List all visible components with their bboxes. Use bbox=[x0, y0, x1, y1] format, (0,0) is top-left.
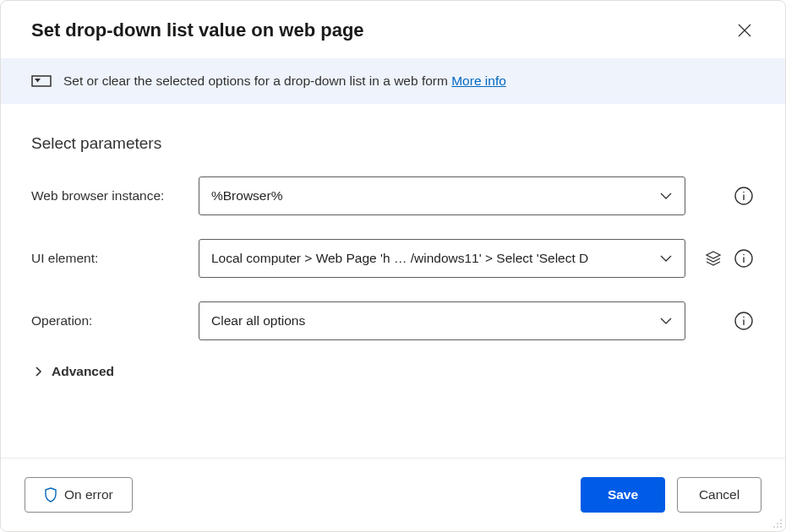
browser-info-button[interactable] bbox=[733, 185, 755, 207]
cancel-label: Cancel bbox=[699, 487, 740, 502]
svg-point-17 bbox=[780, 526, 782, 528]
ui-element-picker-button[interactable] bbox=[702, 247, 724, 269]
svg-point-13 bbox=[777, 523, 778, 524]
dialog-footer: On error Save Cancel bbox=[1, 458, 785, 531]
svg-point-16 bbox=[777, 526, 778, 528]
save-button[interactable]: Save bbox=[581, 477, 665, 513]
operation-info-button[interactable] bbox=[733, 310, 755, 332]
dropdown-action-icon bbox=[31, 73, 52, 89]
banner-description: Set or clear the selected options for a … bbox=[63, 73, 451, 88]
dialog-header: Set drop-down list value on web page bbox=[1, 1, 785, 58]
close-button[interactable] bbox=[734, 20, 755, 41]
save-label: Save bbox=[608, 487, 638, 502]
advanced-toggle[interactable]: Advanced bbox=[31, 364, 755, 379]
info-banner: Set or clear the selected options for a … bbox=[1, 58, 785, 104]
on-error-label: On error bbox=[64, 487, 113, 502]
info-icon bbox=[734, 312, 753, 330]
ui-element-value: Local computer > Web Page 'h … /windows1… bbox=[211, 251, 588, 266]
param-row-ui-element: UI element: Local computer > Web Page 'h… bbox=[31, 239, 755, 278]
chevron-down-icon bbox=[659, 252, 673, 265]
section-title: Select parameters bbox=[31, 134, 755, 153]
svg-point-12 bbox=[780, 519, 782, 521]
param-row-browser: Web browser instance: %Browser% bbox=[31, 176, 755, 215]
browser-select[interactable]: %Browser% bbox=[199, 176, 685, 215]
dialog-title: Set drop-down list value on web page bbox=[31, 19, 364, 41]
layers-icon bbox=[705, 250, 722, 267]
close-icon bbox=[738, 24, 751, 37]
on-error-button[interactable]: On error bbox=[25, 477, 133, 513]
shield-icon bbox=[44, 487, 57, 502]
banner-text: Set or clear the selected options for a … bbox=[63, 73, 506, 89]
ui-element-select[interactable]: Local computer > Web Page 'h … /windows1… bbox=[199, 239, 685, 278]
svg-point-7 bbox=[743, 254, 745, 256]
operation-value: Clear all options bbox=[211, 313, 305, 328]
resize-grip-icon[interactable] bbox=[771, 517, 783, 529]
advanced-label: Advanced bbox=[52, 364, 114, 379]
browser-label: Web browser instance: bbox=[31, 188, 192, 204]
svg-point-10 bbox=[743, 317, 745, 318]
info-icon bbox=[734, 249, 753, 268]
more-info-link[interactable]: More info bbox=[451, 73, 506, 88]
svg-point-4 bbox=[743, 192, 745, 193]
browser-value: %Browser% bbox=[211, 188, 282, 204]
cancel-button[interactable]: Cancel bbox=[677, 477, 761, 513]
chevron-down-icon bbox=[659, 189, 673, 203]
dialog-content: Select parameters Web browser instance: … bbox=[1, 104, 785, 379]
svg-point-15 bbox=[773, 526, 775, 528]
ui-element-info-button[interactable] bbox=[733, 247, 755, 269]
chevron-right-icon bbox=[31, 365, 45, 378]
ui-element-label: UI element: bbox=[31, 251, 192, 266]
operation-select[interactable]: Clear all options bbox=[199, 301, 685, 340]
svg-rect-2 bbox=[32, 76, 51, 86]
chevron-down-icon bbox=[659, 314, 673, 328]
operation-label: Operation: bbox=[31, 313, 192, 328]
info-icon bbox=[734, 187, 753, 205]
svg-point-14 bbox=[780, 523, 782, 524]
param-row-operation: Operation: Clear all options bbox=[31, 301, 755, 340]
